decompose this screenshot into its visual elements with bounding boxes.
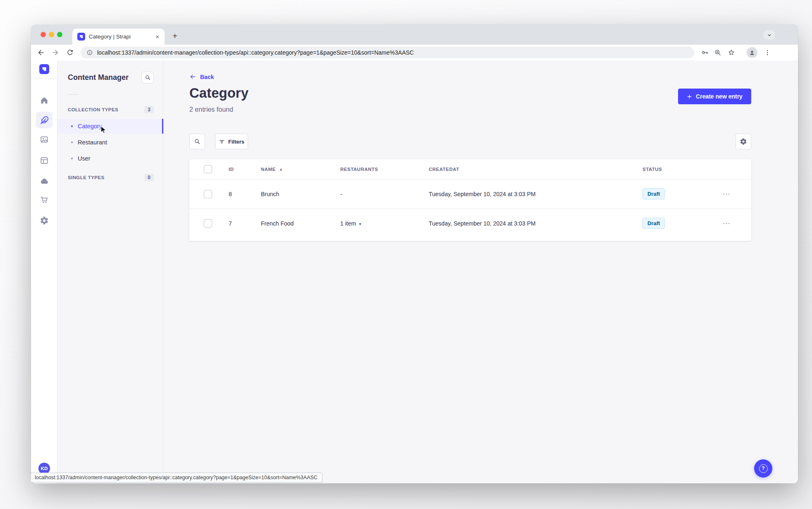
tab-overflow-chevron-button[interactable] (764, 30, 775, 40)
bookmark-star-icon[interactable] (727, 48, 736, 57)
strapi-favicon-icon (77, 33, 85, 41)
subnav-item-restaurant[interactable]: Restaurant (57, 135, 163, 150)
row-actions-menu-icon[interactable]: ⋯ (723, 219, 731, 228)
main-content: Back Category 2 entries found Create new… (163, 60, 798, 483)
subnav-item-label: Restaurant (78, 139, 107, 146)
password-key-icon[interactable] (701, 48, 709, 57)
cloud-icon (40, 176, 49, 186)
tab-close-icon[interactable]: × (154, 33, 160, 41)
browser-tab[interactable]: Category | Strapi × (72, 29, 165, 45)
cell-restaurants: - (340, 179, 429, 209)
back-nav-icon[interactable] (37, 48, 45, 57)
select-all-checkbox[interactable] (204, 165, 212, 173)
content-manager-subnav: Content Manager COLLECTION TYPES 3 Categ… (57, 60, 163, 483)
table-header-row: ID NAME▲ RESTAURANTS CREATEDAT STATUS (189, 159, 751, 179)
browser-profile-avatar[interactable] (747, 47, 757, 58)
entries-count-text: 2 entries found (189, 106, 233, 113)
window-close-button[interactable] (41, 32, 46, 37)
shopping-cart-icon (40, 195, 49, 204)
back-link[interactable]: Back (189, 73, 214, 80)
search-icon (144, 74, 151, 81)
strapi-logo[interactable] (39, 64, 49, 74)
tab-title: Category | Strapi (89, 34, 154, 40)
column-header-name[interactable]: NAME▲ (261, 159, 340, 179)
cell-createdat: Tuesday, September 10, 2024 at 3:03 PM (429, 179, 642, 209)
bullet-icon (71, 125, 73, 127)
sidebar-item-settings[interactable] (36, 212, 53, 229)
person-icon (748, 49, 756, 56)
arrow-left-icon (189, 73, 196, 80)
row-actions-menu-icon[interactable]: ⋯ (723, 190, 731, 198)
sidebar-item-content-type-builder[interactable] (36, 152, 53, 169)
bullet-icon (71, 158, 73, 159)
cell-restaurants[interactable]: 1 item▾ (340, 209, 429, 238)
address-bar[interactable]: localhost:1337/admin/content-manager/col… (81, 47, 694, 58)
sort-ascending-icon: ▲ (279, 167, 283, 171)
back-label: Back (200, 74, 214, 80)
row-checkbox[interactable] (204, 190, 212, 198)
link-status-bar: localhost:1337/admin/content-manager/col… (31, 473, 322, 483)
home-icon (40, 96, 49, 105)
row-checkbox[interactable] (204, 219, 212, 228)
gear-icon (40, 216, 49, 225)
cell-name: French Food (261, 209, 340, 238)
entries-table: ID NAME▲ RESTAURANTS CREATEDAT STATUS 8 (189, 159, 751, 241)
cell-name: Brunch (261, 179, 340, 209)
subnav-search-button[interactable] (141, 71, 154, 84)
page-title: Category (189, 85, 248, 101)
plus-icon (687, 94, 692, 99)
layout-icon (40, 156, 49, 165)
page-info-icon[interactable] (86, 49, 93, 56)
window-minimize-button[interactable] (49, 32, 54, 37)
zoom-in-icon[interactable] (714, 48, 722, 57)
cell-createdat: Tuesday, September 10, 2024 at 3:03 PM (429, 209, 642, 238)
url-text: localhost:1337/admin/content-manager/col… (97, 49, 414, 56)
filters-button[interactable]: Filters (215, 134, 248, 149)
browser-window: Category | Strapi × + localhost:1337/adm… (31, 25, 798, 483)
single-types-label: SINGLE TYPES (68, 175, 105, 180)
subnav-title: Content Manager (68, 73, 129, 82)
question-mark-icon: ? (759, 464, 768, 473)
cell-id: 7 (229, 209, 261, 238)
sidebar-item-marketplace[interactable] (36, 192, 53, 208)
create-new-entry-button[interactable]: Create new entry (678, 89, 751, 104)
reload-icon[interactable] (66, 48, 74, 57)
filters-label: Filters (228, 139, 244, 145)
search-icon (193, 138, 201, 145)
browser-tab-strip: Category | Strapi × + (31, 25, 798, 45)
image-icon (40, 135, 49, 144)
table-row[interactable]: 7 French Food 1 item▾ Tuesday, September… (189, 209, 751, 238)
help-button[interactable]: ? (754, 459, 772, 478)
status-badge: Draft (642, 218, 665, 229)
create-new-entry-label: Create new entry (696, 93, 743, 100)
single-types-count-badge: 0 (144, 174, 154, 181)
sidebar-item-deploy-cloud[interactable] (36, 173, 53, 189)
sidebar-item-home[interactable] (36, 92, 53, 109)
browser-menu-kebab-icon[interactable] (763, 48, 771, 57)
subnav-item-category[interactable]: Category (57, 119, 163, 134)
column-header-createdat[interactable]: CREATEDAT (429, 159, 642, 179)
strapi-admin-page: KD Content Manager COLLECTION TYPES 3 Ca… (31, 60, 798, 483)
column-header-status[interactable]: STATUS (642, 159, 723, 179)
table-settings-button[interactable] (736, 134, 751, 149)
chevron-down-icon (766, 32, 773, 38)
new-tab-button[interactable]: + (169, 30, 181, 42)
collection-types-count-badge: 3 (144, 106, 154, 113)
column-header-id[interactable]: ID (229, 159, 261, 179)
filter-icon (219, 139, 225, 145)
chevron-down-icon: ▾ (359, 221, 361, 226)
column-header-restaurants[interactable]: RESTAURANTS (340, 159, 429, 179)
subnav-item-user[interactable]: User (57, 151, 163, 166)
sidebar-item-media-library[interactable] (36, 131, 53, 148)
window-zoom-button[interactable] (57, 32, 62, 37)
sidebar-divider (31, 78, 57, 79)
table-row[interactable]: 8 Brunch - Tuesday, September 10, 2024 a… (189, 179, 751, 209)
table-search-button[interactable] (189, 134, 205, 149)
bullet-icon (71, 142, 73, 143)
sidebar-item-content-manager[interactable] (36, 112, 53, 128)
subnav-item-label: User (78, 155, 91, 162)
macos-traffic-lights (41, 32, 62, 37)
forward-nav-icon[interactable] (51, 48, 60, 57)
feather-pen-icon (40, 116, 49, 125)
subnav-item-label: Category (78, 123, 102, 130)
